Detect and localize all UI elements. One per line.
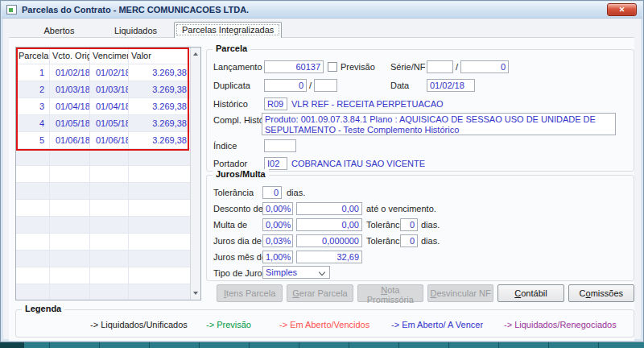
table-cell [90, 149, 129, 166]
table-empty-row [16, 217, 190, 234]
serie-nf-separator: / [456, 60, 458, 73]
table-cell [129, 183, 190, 200]
serie-nf-label: Série/NF [390, 60, 425, 73]
table-cell [16, 149, 50, 166]
chevron-down-icon [319, 269, 325, 276]
dialog-window: Parcelas do Contrato - MERC COMUNICACOES… [0, 0, 644, 342]
group-juros-multa: Juros/Multa Tolerância 0 dias. Desconto … [206, 175, 634, 281]
table-header-row: ParcelaVcto. OrigVencimentoValor [16, 48, 190, 64]
parcelas-table-panel: ParcelaVcto. OrigVencimentoValor101/02/1… [15, 47, 201, 300]
multa-value-field[interactable]: 0,00 [296, 218, 362, 231]
scroll-down-icon[interactable] [191, 288, 200, 299]
table-empty-row [16, 251, 190, 267]
compl-historico-field[interactable]: Produto: 001.09.07.3.84.1 Plano : AQUISI… [262, 113, 616, 135]
window-icon [6, 5, 17, 14]
table-cell [90, 166, 129, 183]
table-cell [50, 284, 90, 300]
button-itens-parcela: Itens Parcela [217, 284, 283, 302]
table-cell [50, 166, 90, 183]
previsao-checkbox[interactable] [328, 62, 337, 72]
lancamento-field[interactable]: 60137 [264, 60, 324, 73]
tipo-juros-select[interactable]: Simples [262, 266, 330, 279]
table-cell: 3.269,38 [129, 81, 190, 98]
data-label: Data [390, 79, 409, 92]
historico-code-field[interactable]: R09 [264, 97, 287, 110]
table-cell [129, 217, 190, 234]
column-header-parcela: Parcela [16, 48, 50, 64]
table-cell: 01/03/18 [50, 81, 90, 98]
serie-nf-field-2[interactable]: 0 [460, 60, 509, 73]
duplicata-field-1[interactable]: 0 [264, 79, 307, 92]
table-scrollbar[interactable] [190, 48, 200, 300]
table-empty-row [16, 234, 190, 251]
portador-code-field[interactable]: I02 [264, 157, 287, 170]
desconto-percent-field[interactable]: 0,00% [262, 202, 293, 215]
legend-item-liquidados-renegociados: -> Liquidados/Renegociados [504, 320, 617, 329]
indice-field[interactable] [264, 139, 296, 152]
legend-item-em-aberto-a-vencer: -> Em Aberto/ A Vencer [391, 320, 483, 329]
table-cell [50, 267, 90, 284]
group-juros-title: Juros/Multa [213, 169, 269, 179]
multa-percent-field[interactable]: 0,00% [262, 218, 293, 231]
table-cell: 01/05/18 [50, 115, 90, 132]
close-icon[interactable]: ✕ [607, 3, 637, 16]
tipo-juros-label: Tipo de Juros [213, 267, 266, 280]
juros-mes-percent-field[interactable]: 1,00% [262, 251, 293, 263]
juros-mes-value-field[interactable]: 32,69 [296, 251, 362, 263]
tab-abertos[interactable]: Abertos [21, 24, 97, 38]
table-empty-row [16, 183, 190, 200]
juros-dia-percent-field[interactable]: 0,03% [262, 234, 293, 247]
scroll-up-icon[interactable] [191, 48, 200, 60]
table-cell: 01/06/18 [50, 132, 90, 149]
juros-dia-tolerancia-field[interactable]: 0 [400, 234, 418, 247]
juros-mes-label: Juros mês de [213, 251, 266, 263]
tab-liquidados[interactable]: Liquidados [97, 24, 174, 38]
title-bar: Parcelas do Contrato - MERC COMUNICACOES… [2, 2, 642, 19]
button-comisso-es[interactable]: Comissões [568, 284, 634, 302]
multa-label: Multa de [213, 218, 247, 231]
legend-title: Legenda [22, 304, 64, 313]
table-row[interactable]: 301/04/1801/04/183.269,38 [16, 98, 190, 115]
legend-item-em-aberto-vencidos: -> Em Aberto/Vencidos [279, 320, 369, 329]
table-row[interactable]: 201/03/1801/03/183.269,38 [16, 81, 190, 98]
juros-dia-value-field[interactable]: 0,000000 [296, 234, 362, 247]
table-empty-row [16, 284, 190, 300]
table-cell: 01/04/18 [50, 98, 90, 115]
tipo-juros-value: Simples [266, 267, 297, 277]
duplicata-field-2[interactable] [314, 79, 337, 92]
table-cell: 3.269,38 [129, 115, 190, 132]
duplicata-label: Duplicata [213, 79, 250, 92]
table-row[interactable]: 401/05/1801/05/183.269,38 [16, 115, 190, 132]
table-cell: 3.269,38 [129, 98, 190, 115]
table-cell [129, 200, 190, 217]
table-cell: 01/06/18 [90, 132, 129, 149]
historico-label: Histórico [213, 97, 248, 110]
table-cell: 3.269,38 [129, 132, 190, 149]
button-row: Itens ParcelaGerar ParcelaNota Promissór… [217, 284, 634, 302]
tolerancia-label: Tolerância [213, 186, 254, 199]
table-row[interactable]: 101/02/1801/02/183.269,38 [16, 64, 190, 81]
desconto-value-field[interactable]: 0,00 [296, 202, 362, 215]
multa-tolerancia-field[interactable]: 0 [400, 218, 418, 231]
data-field[interactable]: 01/02/18 [427, 79, 475, 92]
group-parcela-title: Parcela [213, 44, 250, 53]
table-empty-row [16, 200, 190, 217]
table-row[interactable]: 501/06/1801/06/183.269,38 [16, 132, 190, 149]
tolerancia-field[interactable]: 0 [262, 186, 282, 199]
serie-nf-field-1[interactable] [427, 60, 453, 73]
column-header-vencimento: Vencimento [90, 48, 129, 64]
table-cell: 01/02/18 [90, 64, 129, 81]
tab-parcelas-integralizadas[interactable]: Parcelas Integralizadas [174, 22, 282, 38]
historico-description: VLR REF - RECEITA PERPETUACAO [291, 97, 444, 110]
window-title: Parcelas do Contrato - MERC COMUNICACOES… [22, 5, 249, 14]
table-cell: 2 [16, 81, 50, 98]
button-conta-bil[interactable]: Contábil [497, 284, 564, 302]
portador-description: COBRANCA ITAU SAO VICENTE [291, 157, 425, 170]
button-nota-promisso-ria: Nota Promissória [357, 284, 423, 302]
table-cell [50, 251, 90, 267]
table-cell [50, 217, 90, 234]
table-cell: 4 [16, 115, 50, 132]
tolerancia-suffix: dias. [287, 186, 305, 199]
table-empty-row [16, 149, 190, 166]
table-cell [16, 200, 50, 217]
